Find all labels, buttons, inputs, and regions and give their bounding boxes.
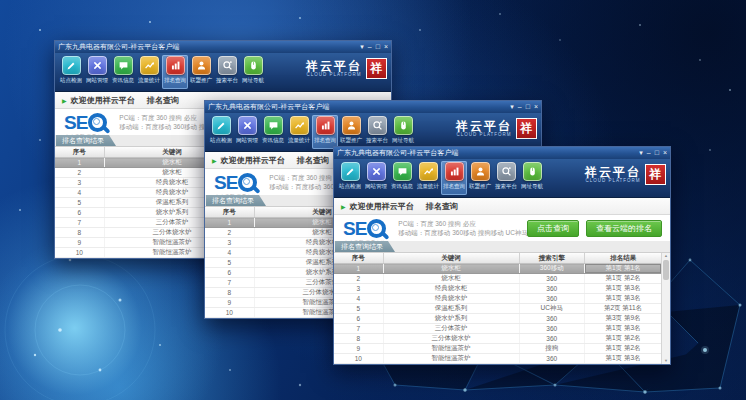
toolbar-item-rank-query[interactable]: 排名查询 — [312, 115, 338, 149]
engine-info: PC端：百度 360 搜狗 必应 移动端：百度移动 360移动 搜狗移动 UC神… — [398, 219, 528, 237]
cell-no: 6 — [334, 314, 383, 324]
toolbar-item-site-check[interactable]: 站点检测 — [58, 55, 84, 84]
cell-engine: 360移动 — [519, 264, 585, 274]
tab-rank-results[interactable]: 排名查询结果 — [56, 135, 116, 146]
table-row[interactable]: 9智能恒温茶炉搜狗第1页 第2名 — [334, 344, 662, 354]
cell-no: 1 — [55, 158, 104, 168]
toolbar-item-rank-query[interactable]: 排名查询 — [162, 55, 188, 89]
toolbar-item-site-check[interactable]: 站点检测 — [208, 115, 234, 144]
close-icon[interactable]: × — [663, 149, 667, 157]
cell-no: 8 — [205, 288, 254, 298]
cell-keyword: 经典烧水炉 — [383, 294, 519, 304]
cell-no: 5 — [205, 258, 254, 268]
person-icon — [192, 56, 211, 75]
scroll-up-icon[interactable]: ▲ — [664, 253, 668, 259]
table-row[interactable]: 6烧水炉系列360第3页 第9名 — [334, 314, 662, 324]
table-row[interactable]: 2烧水柜360第1页 第2名 — [334, 274, 662, 284]
title-bar[interactable]: 广东九典电器有限公司-祥云平台客户端 ▾ – □ × — [334, 147, 670, 159]
table-row[interactable]: 7三分体茶炉360第1页 第3名 — [334, 324, 662, 334]
tab-rank-results[interactable]: 排名查询结果 — [206, 195, 266, 206]
maximize-icon[interactable]: □ — [526, 103, 530, 111]
header-no: 序号 — [334, 253, 383, 264]
tab-strip: 排名查询结果 — [334, 241, 670, 253]
toolbar-item-url-nav[interactable]: 网址导航 — [240, 55, 266, 84]
scroll-thumb[interactable] — [663, 260, 669, 280]
header-keyword: 关键词 — [383, 253, 519, 264]
cell-no: 2 — [205, 228, 254, 238]
toolbar-item-alliance-promo[interactable]: 联盟推广 — [188, 55, 214, 84]
green-arrow-icon: ▶ — [341, 203, 346, 210]
brand-name: 祥云平台 — [306, 60, 362, 72]
toolbar-item-traffic-stats[interactable]: 流量统计 — [286, 115, 312, 144]
maximize-icon[interactable]: □ — [655, 149, 659, 157]
cell-rank: 第1页 第3名 — [585, 324, 662, 334]
brand-name: 祥云平台 — [456, 120, 512, 132]
breadcrumb-section: 排名查询 — [426, 201, 458, 212]
toolbar-item-news-info[interactable]: 资讯信息 — [389, 161, 415, 190]
close-icon[interactable]: × — [534, 103, 538, 111]
toolbar-item-traffic-stats[interactable]: 流量统计 — [136, 55, 162, 84]
cell-rank: 第1页 第3名 — [585, 284, 662, 294]
scroll-down-icon[interactable]: ▼ — [664, 358, 668, 364]
toolbar-item-search-platform[interactable]: 搜索平台 — [214, 55, 240, 84]
message-icon — [264, 116, 283, 135]
skin-menu-icon[interactable]: ▾ — [510, 103, 514, 111]
view-cloud-rank-button[interactable]: 查看云端的排名 — [586, 220, 662, 237]
query-button[interactable]: 点击查询 — [527, 220, 579, 237]
cell-rank: 第1页 第2名 — [585, 334, 662, 344]
header-rank: 排名结果 — [585, 253, 662, 264]
toolbar-item-rank-query[interactable]: 排名查询 — [441, 161, 467, 195]
brand-subtitle: CLOUD PLATFORM — [585, 179, 641, 184]
skin-menu-icon[interactable]: ▾ — [360, 43, 364, 51]
cell-rank: 第1页 第2名 — [585, 344, 662, 354]
toolbar-item-alliance-promo[interactable]: 联盟推广 — [467, 161, 493, 190]
cell-no: 9 — [205, 298, 254, 308]
skin-menu-icon[interactable]: ▾ — [639, 149, 643, 157]
seo-logo: SE 点击无限 查看有效 — [64, 113, 107, 132]
cell-keyword: 智能恒温茶炉 — [383, 354, 519, 364]
table-row[interactable]: 1烧水柜360移动第1页 第1名 — [334, 264, 662, 274]
maximize-icon[interactable]: □ — [376, 43, 380, 51]
header-no: 序号 — [55, 147, 104, 158]
cell-keyword: 三分体茶炉 — [383, 324, 519, 334]
brand-badge-icon: 祥 — [645, 164, 666, 185]
toolbar-item-site-check[interactable]: 站点检测 — [337, 161, 363, 190]
toolbar-item-news-info[interactable]: 资讯信息 — [110, 55, 136, 84]
cell-no: 6 — [205, 268, 254, 278]
table-row[interactable]: 4经典烧水炉360第1页 第3名 — [334, 294, 662, 304]
cell-no: 1 — [205, 218, 254, 228]
cell-no: 9 — [334, 344, 383, 354]
cell-rank: 第2页 第11名 — [585, 304, 662, 314]
table-row[interactable]: 10智能恒温茶炉360第1页 第3名 — [334, 354, 662, 364]
cell-keyword: 三分体烧水炉 — [383, 334, 519, 344]
engine-line-mobile: 移动端：百度移动 360移动 搜狗移动 UC神马 — [398, 228, 528, 237]
minimize-icon[interactable]: – — [368, 43, 372, 51]
toolbar-item-search-platform[interactable]: 搜索平台 — [493, 161, 519, 190]
toolbar-item-alliance-promo[interactable]: 联盟推广 — [338, 115, 364, 144]
toolbar-item-news-info[interactable]: 资讯信息 — [260, 115, 286, 144]
barchart-icon — [445, 162, 464, 181]
cell-engine: 360 — [519, 324, 585, 334]
title-bar[interactable]: 广东九典电器有限公司-祥云平台客户端 ▾ – □ × — [55, 41, 391, 53]
minimize-icon[interactable]: – — [518, 103, 522, 111]
table-scrollbar[interactable]: ▲ ▼ — [661, 253, 670, 364]
close-icon[interactable]: × — [384, 43, 388, 51]
window-controls: ▾ – □ × — [510, 103, 538, 111]
table-row[interactable]: 5保温柜系列UC神马第2页 第11名 — [334, 304, 662, 314]
title-bar[interactable]: 广东九典电器有限公司-祥云平台客户端 ▾ – □ × — [205, 101, 541, 113]
toolbar-item-search-platform[interactable]: 搜索平台 — [364, 115, 390, 144]
table-row[interactable]: 8三分体烧水炉360第1页 第2名 — [334, 334, 662, 344]
toolbar-item-traffic-stats[interactable]: 流量统计 — [415, 161, 441, 190]
toolbar-item-site-manage[interactable]: 网站管理 — [234, 115, 260, 144]
toolbar-item-url-nav[interactable]: 网址导航 — [519, 161, 545, 190]
toolbar-item-url-nav[interactable]: 网址导航 — [390, 115, 416, 144]
cell-keyword: 烧水炉系列 — [383, 314, 519, 324]
toolbar-item-site-manage[interactable]: 网站管理 — [363, 161, 389, 190]
toolbar-item-site-manage[interactable]: 网站管理 — [84, 55, 110, 84]
cell-no: 4 — [334, 294, 383, 304]
table-row[interactable]: 3经典烧水柜360第1页 第3名 — [334, 284, 662, 294]
tab-rank-results[interactable]: 排名查询结果 — [335, 241, 395, 252]
seo-magnifier-icon — [88, 113, 107, 132]
cell-engine: 搜狗 — [519, 344, 585, 354]
minimize-icon[interactable]: – — [647, 149, 651, 157]
